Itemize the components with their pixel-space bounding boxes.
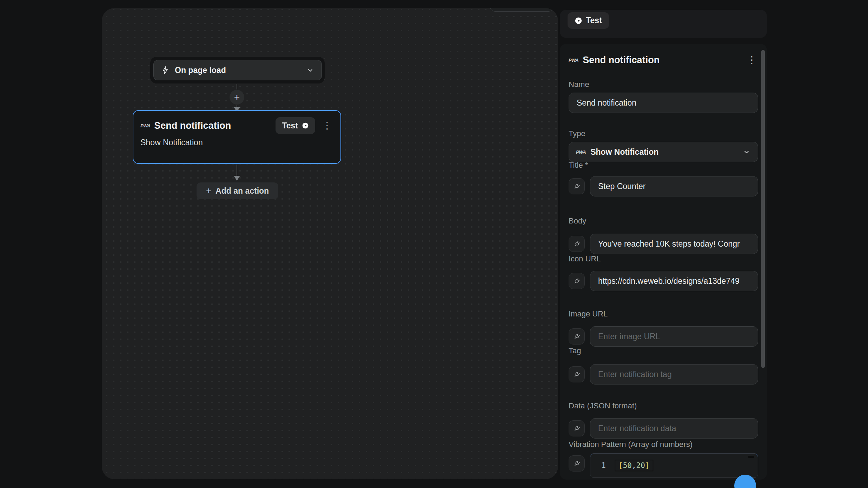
connector-line bbox=[237, 84, 237, 89]
test-workflow-button[interactable]: Test bbox=[568, 12, 609, 29]
panel-scrollbar[interactable] bbox=[761, 50, 765, 368]
plug-bind-icon bbox=[573, 333, 581, 341]
panel-header: PWA Send notification ⋮ bbox=[569, 52, 758, 68]
bind-tag-button[interactable] bbox=[569, 366, 585, 382]
name-input[interactable] bbox=[569, 93, 758, 113]
body-input[interactable] bbox=[590, 234, 758, 254]
tag-field-label: Tag bbox=[569, 346, 758, 355]
chevron-down-icon bbox=[306, 66, 314, 74]
lightning-bolt-icon bbox=[161, 66, 170, 75]
bind-image-url-button[interactable] bbox=[569, 328, 585, 345]
test-button-label: Test bbox=[586, 16, 602, 25]
pwa-logo-icon: PWA bbox=[576, 150, 586, 154]
pwa-logo-icon: PWA bbox=[140, 123, 150, 128]
code-token: 20 bbox=[636, 461, 645, 470]
connector-arrowhead bbox=[234, 176, 240, 181]
plug-bind-icon bbox=[573, 182, 581, 190]
plug-bind-icon bbox=[573, 425, 581, 433]
add-an-action-button[interactable]: + Add an action bbox=[197, 182, 278, 199]
plug-bind-icon bbox=[573, 370, 581, 379]
icon-url-input[interactable] bbox=[590, 271, 758, 291]
trigger-select[interactable]: On page load bbox=[153, 60, 322, 80]
action-settings-panel: PWA Send notification ⋮ Name Type PWA Sh… bbox=[560, 44, 767, 480]
pwa-logo-icon: PWA bbox=[569, 58, 578, 62]
plug-bind-icon bbox=[573, 277, 581, 285]
type-select[interactable]: PWA Show Notification bbox=[569, 142, 758, 162]
insert-action-button[interactable]: + bbox=[230, 90, 244, 105]
workflow-canvas[interactable]: On page load + PWA Send notification Tes… bbox=[102, 8, 558, 479]
code-editor-scrollbar bbox=[748, 456, 754, 458]
action-node-send-notification[interactable]: PWA Send notification Test ⋮ Show Notifi… bbox=[133, 110, 341, 164]
type-field-label: Type bbox=[569, 129, 758, 138]
bind-title-button[interactable] bbox=[569, 178, 585, 194]
image-url-field-label: Image URL bbox=[569, 309, 758, 319]
icon-url-field-label: Icon URL bbox=[569, 254, 758, 263]
body-field-label: Body bbox=[569, 216, 758, 226]
kebab-menu-icon[interactable]: ⋮ bbox=[746, 55, 758, 65]
code-line-number: 1 bbox=[590, 461, 609, 470]
panel-title: Send notification bbox=[583, 55, 660, 66]
workflow-test-bar: Test bbox=[560, 10, 767, 38]
title-input[interactable] bbox=[590, 176, 758, 196]
code-line[interactable]: [50,20] bbox=[615, 460, 653, 471]
connector-line bbox=[237, 165, 237, 176]
node-test-label: Test bbox=[282, 121, 298, 131]
image-url-input[interactable] bbox=[590, 326, 758, 347]
bind-vibration-button[interactable] bbox=[569, 455, 585, 472]
plug-bind-icon bbox=[573, 460, 581, 468]
code-token: ] bbox=[645, 461, 650, 470]
tag-input[interactable] bbox=[590, 364, 758, 385]
bind-data-button[interactable] bbox=[569, 420, 585, 436]
play-circle-icon bbox=[575, 17, 582, 25]
node-title: Send notification bbox=[154, 120, 231, 131]
plug-bind-icon bbox=[573, 240, 581, 248]
node-test-button[interactable]: Test bbox=[276, 117, 315, 134]
code-token: [ bbox=[618, 461, 623, 470]
node-subtitle: Show Notification bbox=[140, 138, 333, 147]
vibration-code-editor[interactable]: 1 [50,20] bbox=[590, 453, 758, 478]
data-field-label: Data (JSON format) bbox=[569, 401, 758, 410]
type-selected-value: Show Notification bbox=[590, 147, 658, 157]
chevron-down-icon bbox=[742, 148, 751, 156]
code-token: 50 bbox=[623, 461, 632, 470]
title-field-label: Title * bbox=[569, 161, 758, 170]
vibration-field-label: Vibration Pattern (Array of numbers) bbox=[569, 440, 758, 449]
canvas-top-clipped-button[interactable] bbox=[490, 8, 554, 12]
trigger-label: On page load bbox=[175, 66, 226, 75]
data-input[interactable] bbox=[590, 418, 758, 439]
play-circle-icon bbox=[302, 122, 309, 129]
plus-icon: + bbox=[206, 185, 211, 196]
kebab-menu-icon[interactable]: ⋮ bbox=[321, 121, 333, 131]
bind-icon-url-button[interactable] bbox=[569, 273, 585, 289]
add-action-label: Add an action bbox=[216, 186, 269, 196]
plus-icon: + bbox=[234, 92, 240, 103]
code-token: , bbox=[632, 461, 636, 470]
name-field-label: Name bbox=[569, 80, 758, 89]
bind-body-button[interactable] bbox=[569, 236, 585, 252]
workflow-editor: On page load + PWA Send notification Tes… bbox=[0, 0, 868, 488]
trigger-block: On page load bbox=[150, 57, 325, 83]
